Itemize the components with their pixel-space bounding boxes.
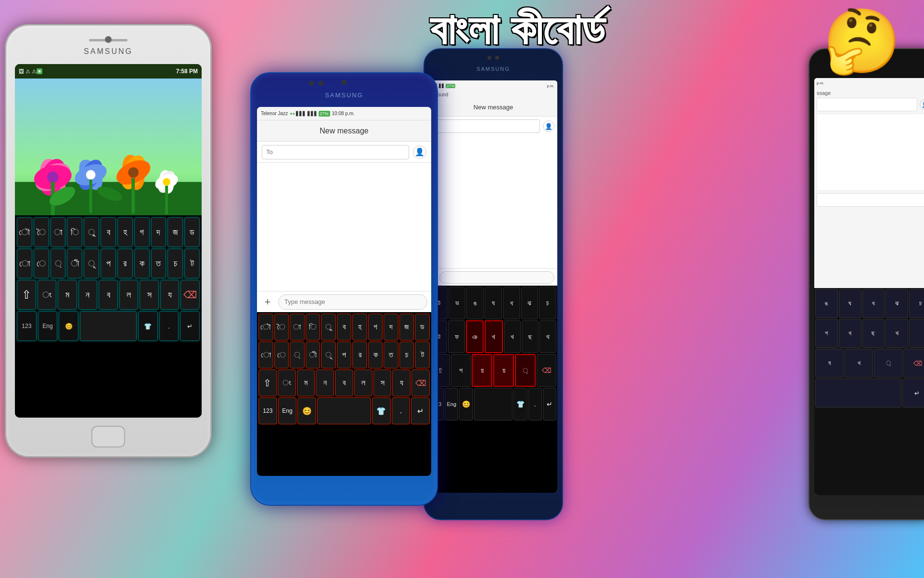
p3-key-ঞ[interactable]: ঞ xyxy=(466,320,484,353)
p4-key-্[interactable]: ্ xyxy=(874,349,902,378)
p3-key-খ2[interactable]: খ xyxy=(504,320,521,353)
key-eng[interactable]: Eng xyxy=(38,311,58,341)
p2-key-ত[interactable]: ত xyxy=(384,342,398,368)
p2-key-ব2[interactable]: ব xyxy=(335,369,353,396)
key-দ[interactable]: দ xyxy=(151,217,167,247)
p2-key-emoji[interactable]: 😊 xyxy=(297,397,316,424)
key-র[interactable]: র xyxy=(117,249,133,278)
phone1-home-button[interactable] xyxy=(91,426,125,447)
p4-key-য[interactable]: য xyxy=(815,349,844,378)
p4-key-space[interactable] xyxy=(815,379,901,407)
phone4-message-area[interactable] xyxy=(817,114,924,191)
p2-key-ড[interactable]: ড xyxy=(415,314,430,341)
p2-key-র[interactable]: র xyxy=(352,342,367,368)
p2-key-ৌ[interactable]: ৌ xyxy=(258,314,273,341)
phone2-plus-button[interactable]: + xyxy=(261,295,274,309)
key-হ[interactable]: হ xyxy=(117,217,133,247)
p2-key-ব[interactable]: ব xyxy=(337,314,352,341)
p4-key-চ[interactable]: চ xyxy=(909,289,924,318)
key-্[interactable]: ্ xyxy=(51,249,66,278)
phone2-message-area[interactable] xyxy=(257,163,431,291)
p2-key-ে[interactable]: ে xyxy=(274,342,289,368)
p2-key-tshirt[interactable]: 👕 xyxy=(372,397,391,424)
key-ং[interactable]: ং xyxy=(38,280,57,310)
p3-key-ভ[interactable]: ভ xyxy=(449,287,466,319)
p2-key-স[interactable]: স xyxy=(373,369,392,396)
p2-key-্[interactable]: ্ xyxy=(290,342,305,368)
p3-key-য[interactable]: য় xyxy=(472,354,492,387)
p4-key-enter[interactable]: ↵ xyxy=(902,379,924,407)
key-enter[interactable]: ↵ xyxy=(180,311,200,341)
p3-key-ঘ[interactable]: ঘ xyxy=(485,287,502,319)
key-123[interactable]: 123 xyxy=(17,311,37,341)
key-ব2[interactable]: ব xyxy=(99,280,118,310)
p3-key-্[interactable]: ্ xyxy=(515,354,536,387)
phone4-to-input[interactable] xyxy=(817,98,917,111)
p2-key-জ[interactable]: জ xyxy=(399,314,414,341)
p2-key-ট[interactable]: ট xyxy=(415,342,430,368)
p2-key-ু[interactable]: ু xyxy=(321,314,336,341)
key-period[interactable]: . xyxy=(159,311,179,341)
key-ল[interactable]: ল xyxy=(119,280,139,310)
key-প[interactable]: প xyxy=(101,249,116,278)
phone4-contact-icon[interactable]: 👤 xyxy=(920,99,924,110)
p2-key-া[interactable]: া xyxy=(290,314,305,341)
p4-key-গ[interactable]: গ xyxy=(815,319,838,348)
key-া[interactable]: া xyxy=(51,217,66,247)
p4-key-ছ[interactable]: ছ xyxy=(862,319,885,348)
p2-key-ক[interactable]: ক xyxy=(368,342,383,368)
p4-key-থ[interactable]: থ xyxy=(886,319,908,348)
p2-key-প[interactable]: প xyxy=(337,342,352,368)
p3-key-backspace[interactable]: ⌫ xyxy=(537,354,556,387)
p3-key-শ[interactable]: শ xyxy=(451,354,471,387)
p3-key-emoji[interactable]: 😊 xyxy=(459,388,473,420)
key-ি[interactable]: ি xyxy=(67,217,82,247)
phone2-message-input[interactable] xyxy=(278,294,427,310)
key-ী[interactable]: ী xyxy=(67,249,82,278)
p2-key-period[interactable]: . xyxy=(392,397,411,424)
p2-key-ল[interactable]: ল xyxy=(354,369,372,396)
key-ূ[interactable]: ূ xyxy=(84,249,99,278)
p3-key-enter[interactable]: ↵ xyxy=(543,388,556,420)
key-ো[interactable]: ো xyxy=(17,249,32,278)
p3-key-চ1[interactable]: চ xyxy=(539,287,556,319)
key-shift[interactable]: ⇧ xyxy=(17,280,36,310)
p3-key-থ[interactable]: থ xyxy=(539,320,556,353)
key-স[interactable]: স xyxy=(140,280,159,310)
p4-key-খ[interactable]: খ xyxy=(839,319,861,348)
p2-key-123[interactable]: 123 xyxy=(258,397,277,424)
p2-key-ো[interactable]: ো xyxy=(258,342,273,368)
p2-key-space[interactable] xyxy=(317,397,371,424)
p2-key-চ[interactable]: চ xyxy=(399,342,414,368)
p3-key-ছ[interactable]: ছ xyxy=(522,320,539,353)
p2-key-backspace[interactable]: ⌫ xyxy=(411,369,430,396)
key-ত[interactable]: ত xyxy=(151,249,167,278)
key-ু[interactable]: ু xyxy=(84,217,99,247)
phone3-to-input[interactable] xyxy=(432,119,540,133)
key-ট[interactable]: ট xyxy=(184,249,200,278)
phone3-contact-icon[interactable]: 👤 xyxy=(543,120,554,132)
p3-key-ফ[interactable]: ফ xyxy=(448,320,465,353)
p3-key-space[interactable] xyxy=(474,388,513,420)
phone2-contact-icon[interactable]: 👤 xyxy=(413,145,426,159)
p3-key-period[interactable]: . xyxy=(528,388,542,420)
p2-key-ূ[interactable]: ূ xyxy=(321,342,336,368)
p2-key-enter[interactable]: ↵ xyxy=(411,397,430,424)
key-য[interactable]: য xyxy=(160,280,180,310)
key-tshirt[interactable]: 👕 xyxy=(138,311,158,341)
p4-key-ঘ[interactable]: ঘ xyxy=(839,289,861,318)
p2-key-ী[interactable]: ী xyxy=(306,342,321,368)
p4-key-backspace[interactable]: ⌫ xyxy=(903,349,924,378)
key-গ[interactable]: গ xyxy=(134,217,150,247)
key-ক[interactable]: ক xyxy=(134,249,150,278)
key-ৈ[interactable]: ৈ xyxy=(34,217,49,247)
p3-key-য2[interactable]: য় xyxy=(493,354,514,387)
p2-key-eng[interactable]: Eng xyxy=(278,397,297,424)
key-backspace[interactable]: ⌫ xyxy=(180,280,200,310)
p3-key-tshirt[interactable]: 👕 xyxy=(513,388,527,420)
p2-key-ম[interactable]: ম xyxy=(297,369,315,396)
key-space[interactable] xyxy=(80,311,137,341)
key-emoji[interactable]: 😊 xyxy=(59,311,78,341)
p4-key-ধ[interactable]: ধ xyxy=(862,289,885,318)
p3-key-eng[interactable]: Eng xyxy=(445,388,458,420)
